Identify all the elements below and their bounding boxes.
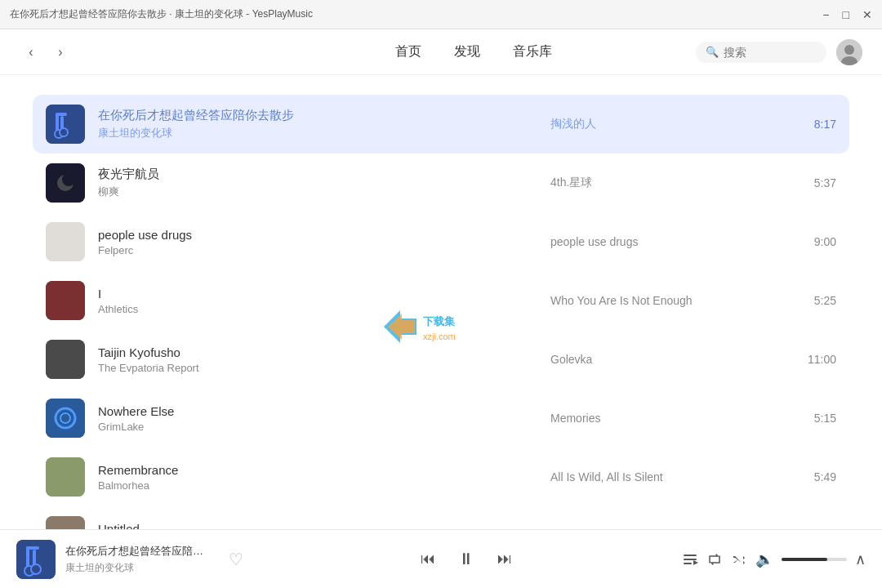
player-right: 🔈 ∧ [682, 550, 866, 568]
volume-fill [782, 558, 827, 561]
queue-button[interactable] [682, 551, 698, 568]
back-button[interactable]: ‹ [20, 41, 42, 64]
track-duration: 5:37 [779, 176, 836, 189]
svg-rect-19 [46, 516, 85, 529]
track-artist: 康土坦的变化球 [98, 126, 550, 140]
svg-rect-13 [46, 281, 85, 320]
track-info: 在你死后才想起曾经答应陪你去散步 康土坦的变化球 [98, 108, 550, 140]
track-name: 在你死后才想起曾经答应陪你去散步 [98, 108, 550, 123]
content-wrapper: 在你死后才想起曾经答应陪你去散步 康土坦的变化球 掏浅的人 8:17 夜光宇航员… [0, 75, 882, 529]
track-name: Taijin Kyofusho [98, 345, 550, 359]
search-input[interactable] [724, 46, 817, 59]
track-info: 夜光宇航员 柳爽 [98, 167, 550, 199]
prev-button[interactable]: ⏮ [421, 550, 435, 568]
like-button[interactable]: ♡ [229, 550, 243, 569]
maximize-button[interactable]: □ [843, 9, 849, 20]
nav-library[interactable]: 音乐库 [513, 40, 552, 64]
nav-links: 首页 发现 音乐库 [395, 40, 552, 64]
player-info: 在你死后才想起曾经答应陪你去散步... 康土坦的变化球 [65, 544, 212, 575]
track-artist: GrimLake [98, 421, 550, 433]
track-row[interactable]: Nowhere Else GrimLake Memories 5:15 [33, 389, 849, 448]
svg-point-11 [62, 173, 75, 186]
track-row[interactable]: Untitled Halifax Pier The Halifax Pier 6… [33, 506, 849, 529]
svg-rect-15 [46, 399, 85, 438]
track-duration: 5:15 [779, 412, 836, 425]
track-cover [46, 105, 85, 144]
track-info: I Athletics [98, 287, 550, 315]
track-row[interactable]: people use drugs Felperc people use drug… [33, 212, 849, 271]
player-controls: ⏮ ⏸ ⏭ [260, 545, 672, 574]
track-album: All Is Wild, All Is Silent [550, 470, 779, 483]
svg-point-8 [60, 128, 68, 136]
titlebar: 在你死后才想起曾经答应陪你去散步 · 康土坦的变化球 - YesPlayMusi… [0, 0, 882, 29]
track-cover [46, 281, 85, 320]
avatar[interactable] [836, 39, 862, 65]
track-album: 掏浅的人 [550, 117, 779, 131]
expand-button[interactable]: ∧ [855, 550, 866, 568]
track-info: Remembrance Balmorhea [98, 463, 550, 492]
titlebar-controls: − □ ✕ [822, 9, 872, 20]
track-name: I [98, 287, 550, 301]
nav-home[interactable]: 首页 [395, 40, 421, 64]
volume-icon[interactable]: 🔈 [755, 550, 773, 568]
svg-rect-14 [46, 340, 85, 379]
nav-discover[interactable]: 发现 [454, 40, 480, 64]
track-info: people use drugs Felperc [98, 228, 550, 256]
track-artist: 柳爽 [98, 185, 550, 199]
navbar: ‹ › 首页 发现 音乐库 🔍 [0, 29, 882, 75]
track-cover [46, 340, 85, 379]
track-info: Nowhere Else GrimLake [98, 404, 550, 433]
player-bar: 在你死后才想起曾经答应陪你去散步... 康土坦的变化球 ♡ ⏮ ⏸ ⏭ [0, 529, 882, 588]
track-name: Nowhere Else [98, 404, 550, 418]
track-duration: 11:00 [779, 353, 836, 366]
player-cover [16, 540, 56, 579]
track-cover [46, 222, 85, 261]
track-album: Who You Are Is Not Enough [550, 294, 779, 307]
main-content[interactable]: 在你死后才想起曾经答应陪你去散步 康土坦的变化球 掏浅的人 8:17 夜光宇航员… [0, 75, 882, 529]
track-row[interactable]: 夜光宇航员 柳爽 4th.星球 5:37 [33, 154, 849, 212]
track-row[interactable]: I Athletics Who You Are Is Not Enough 5:… [33, 271, 849, 330]
track-row[interactable]: Taijin Kyofusho The Evpatoria Report Gol… [33, 330, 849, 389]
forward-button[interactable]: › [49, 41, 72, 64]
player-artist: 康土坦的变化球 [65, 561, 212, 575]
track-cover [46, 457, 85, 497]
minimize-button[interactable]: − [822, 9, 829, 20]
nav-right: 🔍 [552, 39, 862, 65]
player-title: 在你死后才想起曾经答应陪你去散步... [65, 544, 212, 559]
track-row[interactable]: 在你死后才想起曾经答应陪你去散步 康土坦的变化球 掏浅的人 8:17 [33, 95, 849, 154]
track-info: Untitled Halifax Pier [98, 522, 550, 530]
titlebar-title: 在你死后才想起曾经答应陪你去散步 · 康土坦的变化球 - YesPlayMusi… [10, 7, 313, 21]
track-name: Untitled [98, 522, 550, 530]
track-duration: 5:49 [779, 470, 836, 483]
track-album: Memories [550, 412, 779, 425]
svg-rect-32 [684, 563, 692, 564]
track-cover [46, 163, 85, 203]
track-name: Remembrance [98, 463, 550, 477]
svg-rect-3 [46, 105, 85, 144]
track-album: 4th.星球 [550, 176, 779, 190]
volume-bar[interactable] [782, 558, 847, 561]
pause-button[interactable]: ⏸ [452, 545, 481, 574]
track-duration: 5:25 [779, 294, 836, 307]
track-duration: 8:17 [779, 118, 836, 131]
repeat-button[interactable] [706, 551, 723, 568]
track-album: people use drugs [550, 235, 779, 248]
shuffle-button[interactable] [731, 551, 747, 568]
track-duration: 9:00 [779, 235, 836, 248]
track-album: Golevka [550, 353, 779, 366]
next-button[interactable]: ⏭ [497, 550, 512, 568]
svg-marker-33 [693, 560, 698, 565]
track-name: 夜光宇航员 [98, 167, 550, 182]
svg-rect-30 [684, 555, 697, 556]
svg-rect-18 [46, 457, 85, 497]
track-row[interactable]: Remembrance Balmorhea All Is Wild, All I… [33, 448, 849, 506]
repeat-icon [706, 551, 723, 568]
track-list: 在你死后才想起曾经答应陪你去散步 康土坦的变化球 掏浅的人 8:17 夜光宇航员… [0, 95, 882, 529]
close-button[interactable]: ✕ [862, 9, 872, 20]
track-name: people use drugs [98, 228, 550, 242]
search-box[interactable]: 🔍 [696, 42, 826, 63]
avatar-icon [836, 39, 862, 65]
svg-point-1 [844, 45, 854, 55]
player-cover-icon [16, 540, 56, 579]
track-artist: Athletics [98, 303, 550, 315]
